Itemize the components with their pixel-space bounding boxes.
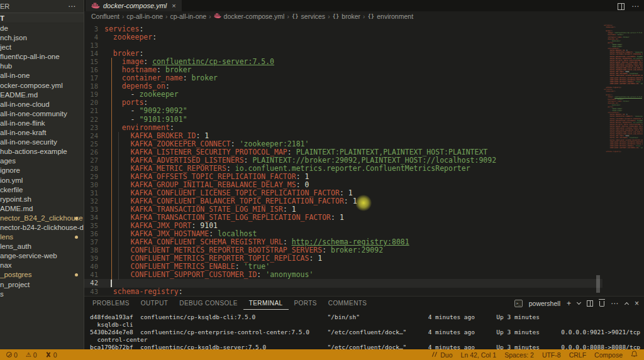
sidebar-item[interactable]: all-in-one-cloud xyxy=(0,100,84,109)
sidebar-item[interactable]: _postgres xyxy=(0,270,84,280)
sidebar-item[interactable]: lens xyxy=(0,232,84,242)
bell-icon xyxy=(631,351,638,357)
panel-tab-output[interactable]: OUTPUT xyxy=(135,297,174,310)
code-line[interactable]: 3services: xyxy=(84,25,602,33)
status-item[interactable]: Duo xyxy=(431,351,452,359)
breadcrumb-item[interactable]: environment xyxy=(377,13,413,20)
code-editor[interactable]: 3services:4 zookeeper:1314 broker:15 ima… xyxy=(84,21,644,296)
sidebar-item[interactable]: ckerfile xyxy=(0,185,84,195)
close-icon[interactable]: × xyxy=(172,2,175,9)
workspace-section-header[interactable]: T xyxy=(0,13,84,23)
sidebar-item[interactable]: nector_B24_2_clickhouse xyxy=(0,214,84,223)
sidebar-item[interactable]: all-in-one-security xyxy=(0,138,84,147)
panel-tab-ports[interactable]: PORTS xyxy=(289,297,323,310)
braces-icon: {} xyxy=(367,13,374,19)
tab-label: docker-compose.yml xyxy=(103,2,167,9)
sidebar-item[interactable]: de xyxy=(0,24,84,33)
status-item[interactable]: Ln 42, Col 1 xyxy=(461,351,497,359)
status-item[interactable]: 0 xyxy=(6,351,18,359)
status-label: CRLF xyxy=(569,351,586,359)
line-number: 31 xyxy=(84,189,104,197)
explorer-title: ER xyxy=(0,3,9,10)
docker-icon xyxy=(214,13,221,19)
sidebar-item[interactable]: hub xyxy=(0,62,84,71)
close-panel-icon[interactable]: × xyxy=(635,299,639,308)
status-item[interactable]: ⚠0 xyxy=(26,351,37,359)
sidebar-item[interactable]: all-in-one xyxy=(0,71,84,80)
line-number: 22 xyxy=(84,116,104,124)
sidebar-item[interactable]: EADME.md xyxy=(0,90,84,100)
status-item[interactable]: 0 xyxy=(45,351,57,359)
sidebar-item[interactable]: rypoint.sh xyxy=(0,195,84,204)
breadcrumb-item[interactable]: cp-all-in-one xyxy=(170,13,206,20)
duo-icon xyxy=(431,351,438,359)
sidebar-item[interactable]: nax xyxy=(0,261,84,270)
terminal-line: control-center xyxy=(90,336,644,344)
breadcrumb-item[interactable]: Confluent xyxy=(91,13,119,20)
status-bar: 0⚠00 DuoLn 42, Col 1Spaces: 2UTF-8CRLFCo… xyxy=(0,349,644,360)
sidebar-item[interactable]: nector-b24-2-clickhouse-docs xyxy=(0,223,84,232)
sidebar-item[interactable]: ange-service-web xyxy=(0,251,84,261)
sidebar-item[interactable]: all-in-one-community xyxy=(0,109,84,119)
terminal-line: 5430b2d4e7e8 confluentinc/cp-enterprise-… xyxy=(90,329,644,336)
status-item[interactable]: Compose xyxy=(594,351,623,359)
sidebar-item[interactable]: ADME.md xyxy=(0,204,84,214)
sidebar-item[interactable]: ignore xyxy=(0,166,84,175)
sidebar-item[interactable]: lens_auth xyxy=(0,242,84,251)
shell-label[interactable]: powershell xyxy=(529,300,560,307)
sidebar-item[interactable]: ject xyxy=(0,43,84,52)
breadcrumb-item[interactable]: broker xyxy=(341,13,360,20)
status-item[interactable]: CRLF xyxy=(569,351,586,359)
maximize-panel-icon[interactable] xyxy=(625,302,629,306)
more-actions-icon[interactable]: ⋯ xyxy=(611,299,619,308)
terminal-line: ksqldb-cli xyxy=(90,321,644,329)
breadcrumb-item[interactable]: services xyxy=(301,13,326,20)
panel-tab-problems[interactable]: PROBLEMS xyxy=(87,297,135,310)
terminal-output[interactable]: d48fdea193af confluentinc/cp-ksqldb-cli:… xyxy=(90,314,644,351)
minimap-line: CONFLUENT_SUPPORT_CUSTOMER_ID: 'anonymou… xyxy=(604,83,643,85)
panel-tab-comments[interactable]: COMMENTS xyxy=(323,297,373,310)
sidebar-item[interactable]: ages xyxy=(0,156,84,166)
code-line[interactable]: 19 - zookeeper xyxy=(84,90,602,99)
code-line[interactable]: 13 xyxy=(84,41,602,50)
sidebar-item[interactable]: all-in-one-kraft xyxy=(0,128,84,138)
minimap[interactable]: services: zookeeper: broker: image: conf… xyxy=(604,25,643,153)
sidebar-item[interactable]: all-in-one-flink xyxy=(0,119,84,128)
line-number: 41 xyxy=(84,271,104,279)
panel-tab-debug-console[interactable]: DEBUG CONSOLE xyxy=(174,297,243,310)
tab-docker-compose[interactable]: docker-compose.yml × xyxy=(86,0,182,11)
explorer-more-actions-icon[interactable]: ⋯ xyxy=(68,2,76,11)
sidebar-item[interactable]: hub-actions-example xyxy=(0,147,84,156)
explorer-header: ER ⋯ xyxy=(0,0,84,13)
scrollbar-thumb[interactable] xyxy=(596,275,600,293)
sidebar-item[interactable]: ion.yml xyxy=(0,176,84,185)
sidebar-item[interactable]: fluent\cp-all-in-one xyxy=(0,52,84,62)
new-terminal-icon[interactable]: + xyxy=(567,299,571,308)
line-number: 18 xyxy=(84,82,104,90)
status-item[interactable] xyxy=(631,351,638,359)
sidebar-item[interactable]: nch.json xyxy=(0,33,84,43)
split-terminal-icon[interactable] xyxy=(587,300,593,307)
sidebar-item[interactable]: s xyxy=(0,290,84,299)
status-item[interactable]: UTF-8 xyxy=(542,351,561,359)
breadcrumb-item[interactable]: cp-all-in-one xyxy=(126,13,163,20)
modified-dot xyxy=(75,273,78,276)
breadcrumb-separator: › xyxy=(328,13,330,20)
breadcrumb-item[interactable]: docker-compose.yml xyxy=(224,13,285,20)
code-line[interactable]: 43 schema-registry: xyxy=(84,288,602,296)
chevron-down-icon[interactable] xyxy=(577,300,581,304)
sidebar-item[interactable]: n_project xyxy=(0,280,84,290)
kill-terminal-icon[interactable] xyxy=(599,301,604,307)
code-line[interactable]: 4 zookeeper: xyxy=(84,33,602,41)
sidebar-item[interactable]: ocker-compose.yml xyxy=(0,81,84,90)
code-line[interactable]: 41 CONFLUENT_SUPPORT_CUSTOMER_ID: 'anony… xyxy=(84,271,602,279)
line-number: 23 xyxy=(84,124,104,132)
status-count: 0 xyxy=(53,351,57,359)
status-item[interactable]: Spaces: 2 xyxy=(504,351,534,359)
minimap-line: schema-registry: xyxy=(604,151,643,153)
line-number: 36 xyxy=(84,230,104,238)
split-editor-icon[interactable] xyxy=(618,3,625,10)
breadcrumb-separator: › xyxy=(287,13,289,20)
panel-tab-terminal[interactable]: TERMINAL xyxy=(243,297,289,310)
more-actions-icon[interactable]: ⋯ xyxy=(631,2,640,11)
